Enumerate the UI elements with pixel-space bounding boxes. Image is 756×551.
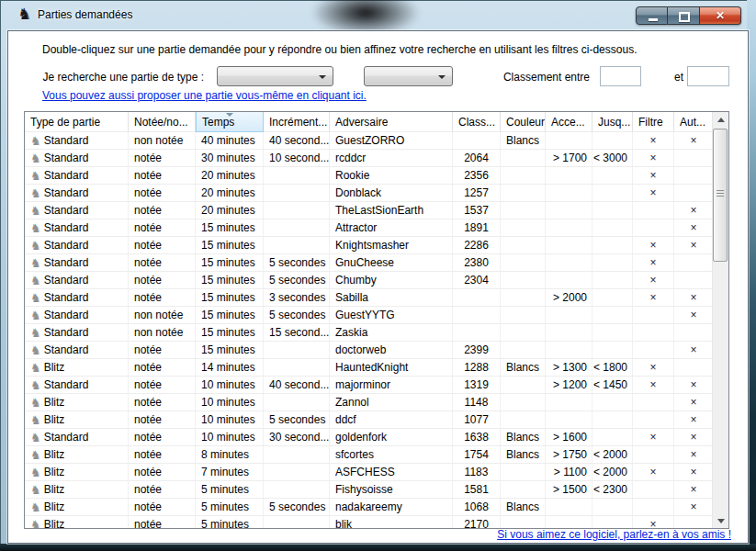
titlebar[interactable]: ♞ Parties demandées ✕ (0, 0, 756, 30)
cell-rated: notée (129, 254, 196, 271)
table-row[interactable]: ♞Blitznotée10 minutes5 secondesddcf1077× (25, 411, 714, 429)
cell-rated: notée (129, 272, 196, 288)
table-row[interactable]: ♞Standardnon notée15 minutes15 second...… (25, 324, 714, 342)
table-row[interactable]: ♞Blitznotée5 minutesFishysoisse1581> 150… (25, 481, 714, 499)
cell-game-type: ♞Blitz (25, 394, 129, 410)
table-row[interactable]: ♞Standardnotée20 minutesTheLastSionEarth… (25, 202, 714, 219)
cell-color (501, 464, 546, 480)
vertical-scrollbar[interactable] (712, 112, 728, 528)
column-header-9[interactable]: Filtre (633, 112, 674, 132)
cell-increment: 5 secondes (264, 499, 330, 515)
knight-game-type-icon: ♞ (30, 274, 41, 287)
cell-filter: × (633, 272, 674, 288)
cell-rating-below (592, 342, 633, 358)
knight-game-type-icon: ♞ (30, 518, 41, 528)
x-mark: × (690, 500, 696, 513)
cell-rating-below (592, 254, 633, 271)
cell-game-type: ♞Blitz (25, 446, 129, 463)
column-header-10[interactable]: Aut... (674, 112, 714, 132)
cell-opponent: Fishysoisse (330, 481, 453, 498)
cell-rating-below: < 3000 (592, 150, 633, 166)
table-row[interactable]: ♞Standardnon notée40 minutes40 second...… (25, 132, 714, 150)
cell-auto: × (674, 429, 714, 445)
tell-friends-link[interactable]: Si vous aimez ce logiciel, parlez-en à v… (497, 528, 731, 541)
column-header-2[interactable]: Temps (196, 112, 264, 132)
column-header-6[interactable]: Couleur (501, 112, 546, 132)
game-type-select[interactable] (217, 66, 333, 86)
cell-time: 14 minutes (196, 359, 264, 376)
cell-auto: × (674, 499, 714, 515)
close-button[interactable]: ✕ (700, 6, 741, 25)
cell-time: 5 minutes (196, 481, 264, 498)
cell-filter: × (633, 237, 674, 253)
cell-auto: × (674, 202, 714, 219)
table-row[interactable]: ♞Standardnotée15 minutes3 secondesSabill… (25, 289, 714, 307)
table-row[interactable]: ♞Standardnotée10 minutes30 second...gold… (25, 429, 714, 446)
column-header-1[interactable]: Notée/no... (129, 112, 196, 132)
x-mark: × (690, 134, 696, 147)
knight-app-icon: ♞ (17, 6, 31, 22)
cell-increment: 5 secondes (264, 272, 330, 288)
cell-time: 15 minutes (196, 219, 264, 236)
scroll-up-button[interactable] (713, 112, 728, 128)
cell-rating: 1537 (453, 202, 501, 219)
cell-rating-above: > 2000 (546, 289, 592, 306)
game-subtype-select[interactable] (364, 66, 453, 86)
table-row[interactable]: ♞Blitznotée14 minutesHauntedKnight1288Bl… (25, 359, 714, 377)
cell-auto: × (674, 394, 714, 410)
cell-rated: notée (129, 377, 196, 393)
table-row[interactable]: ♞Standardnotée15 minutesAttractor1891× (25, 219, 714, 237)
table-row[interactable]: ♞Blitznotée7 minutesASFCHESS1183> 1100< … (25, 464, 714, 481)
table-row[interactable]: ♞Standardnotée15 minutesdoctorweb2399× (25, 342, 714, 359)
table-row[interactable]: ♞Standardnotée20 minutesRookie2356× (25, 167, 714, 185)
column-header-7[interactable]: Acce... (546, 112, 592, 132)
column-header-5[interactable]: Class... (453, 112, 501, 132)
table-row[interactable]: ♞Blitznotée10 minutesZannol1148× (25, 394, 714, 411)
triangle-down-icon (717, 519, 725, 523)
cell-game-type: ♞Blitz (25, 481, 129, 498)
column-header-8[interactable]: Jusq... (592, 112, 633, 132)
cell-filter: × (633, 289, 674, 306)
cell-filter: × (633, 254, 674, 271)
cell-rating-below (592, 411, 633, 428)
minimize-button[interactable] (636, 6, 668, 25)
propose-game-link[interactable]: Vous pouvez aussi proposer une partie vo… (42, 89, 367, 102)
cell-increment (264, 446, 330, 463)
rating-max-input[interactable] (687, 66, 729, 86)
cell-rated: non notée (129, 132, 196, 149)
table-row[interactable]: ♞Blitznotée5 minutes5 secondesnadakareem… (25, 499, 714, 516)
cell-rated: notée (129, 481, 196, 498)
cell-filter: × (633, 516, 674, 528)
table-row[interactable]: ♞Standardnotée10 minutes40 second...majo… (25, 377, 714, 394)
maximize-button[interactable] (668, 6, 700, 25)
table-row[interactable]: ♞Standardnotée15 minutes5 secondesGnuChe… (25, 254, 714, 272)
scrollbar-thumb[interactable] (713, 129, 728, 262)
table-row[interactable]: ♞Blitznotée8 minutessfcortes1754Blancs> … (25, 446, 714, 464)
table-row[interactable]: ♞Standardnotée20 minutesDonblack1257× (25, 185, 714, 202)
scroll-down-button[interactable] (713, 512, 728, 528)
cell-color (501, 307, 546, 323)
cell-opponent: goldenfork (330, 429, 453, 445)
cell-time: 15 minutes (196, 307, 264, 323)
cell-rating-below (592, 185, 633, 201)
cell-rating: 2380 (453, 254, 501, 271)
table-row[interactable]: ♞Blitznotée5 minutesblik2170× (25, 516, 714, 528)
cell-color (501, 150, 546, 166)
cell-auto: × (674, 464, 714, 480)
cell-rated: notée (129, 150, 196, 166)
table-row[interactable]: ♞Standardnotée15 minutesKnightsmasher228… (25, 237, 714, 254)
table-row[interactable]: ♞Standardnon notée15 minutes5 secondesGu… (25, 307, 714, 324)
rating-min-input[interactable] (600, 66, 641, 86)
column-header-3[interactable]: Incrément... (264, 112, 330, 132)
x-mark: × (649, 152, 656, 164)
games-table: Type de partieNotée/no...TempsIncrément.… (24, 111, 729, 529)
cell-time: 20 minutes (196, 202, 264, 219)
table-row[interactable]: ♞Standardnotée15 minutes5 secondesChumby… (25, 272, 714, 289)
cell-rating: 2064 (453, 150, 501, 166)
column-header-4[interactable]: Adversaire (330, 112, 453, 132)
cell-auto: × (674, 481, 714, 498)
column-header-0[interactable]: Type de partie (25, 112, 129, 132)
cell-increment: 10 second... (264, 150, 330, 166)
table-row[interactable]: ♞Standardnotée30 minutes10 second...rcdd… (25, 150, 714, 167)
cell-rated: non notée (129, 324, 196, 341)
